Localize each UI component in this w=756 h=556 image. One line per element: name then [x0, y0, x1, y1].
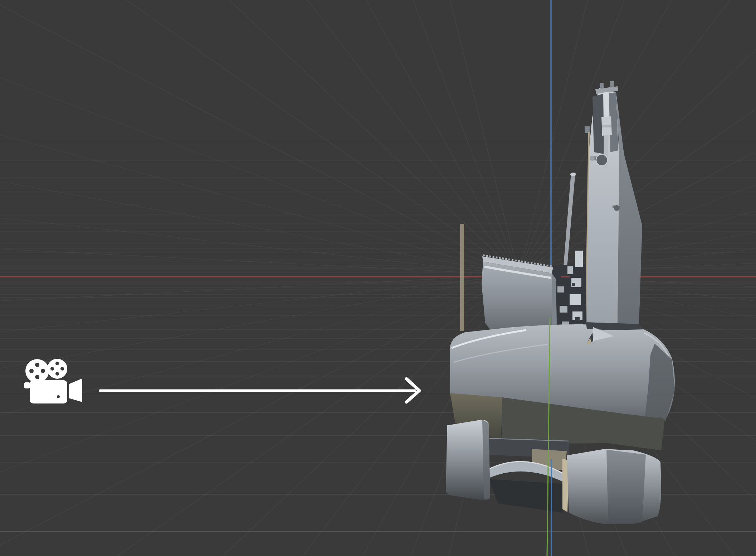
viewport-canvas[interactable]	[0, 0, 756, 556]
hydraulic-cylinder-rod	[604, 92, 609, 119]
boom-pin-boss	[596, 154, 608, 166]
viewport-stage	[0, 0, 756, 556]
model-handrail-pole	[460, 224, 464, 331]
